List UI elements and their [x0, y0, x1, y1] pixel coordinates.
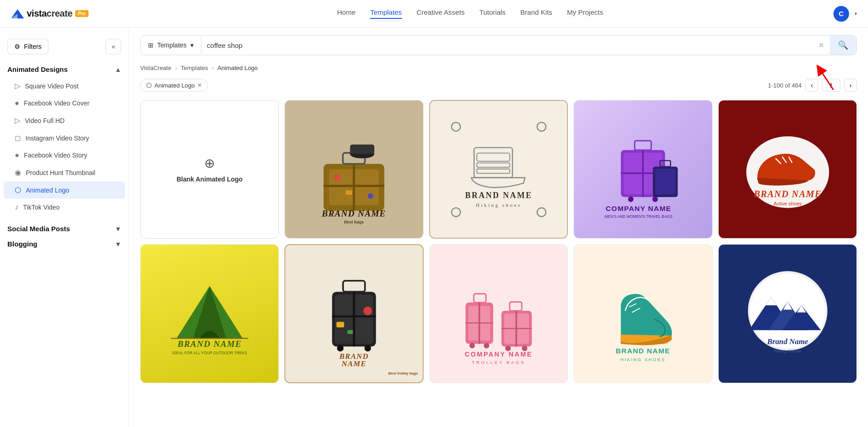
svg-point-56 [365, 345, 371, 351]
section-animated-designs[interactable]: Animated Designs ▲ [0, 62, 129, 77]
svg-point-64 [469, 343, 475, 349]
navbar: vistacreate Pro Home Templates Creative … [0, 0, 868, 28]
search-type-label: Templates [157, 41, 187, 49]
product-hunt-icon: ◉ [15, 168, 21, 177]
svg-text:COMPANY NAME: COMPANY NAME [606, 205, 672, 212]
svg-text:HIKING SHOES: HIKING SHOES [620, 357, 666, 362]
template-trolley-bags[interactable]: BRAND NAME Best trolley bags [284, 244, 423, 383]
svg-text:BRAND  NAME: BRAND NAME [465, 191, 532, 200]
search-type-chevron-icon: ▾ [190, 41, 194, 49]
breadcrumb-current: Animated Logo [218, 64, 258, 71]
svg-rect-20 [477, 163, 509, 167]
filter-tags: ⬡ Animated Logo ✕ [140, 79, 208, 92]
bags-illustration: BRAND NAME Best bags [299, 114, 409, 225]
user-avatar[interactable]: C [833, 6, 849, 22]
blank-add-icon: ⊕ [204, 156, 215, 171]
prev-page-button[interactable]: ‹ [805, 79, 818, 92]
svg-rect-52 [337, 322, 344, 328]
nav-right: C ▾ [833, 6, 857, 22]
chevron-down-icon[interactable]: ▾ [855, 11, 857, 16]
section-social-media[interactable]: Social Media Posts ▼ [0, 221, 129, 236]
grid-icon: ⊞ [148, 41, 154, 49]
svg-point-65 [484, 343, 489, 349]
nav-home[interactable]: Home [337, 8, 355, 19]
sidebar-item-tiktok[interactable]: ♪ TikTok Video [4, 199, 125, 216]
sidebar-item-facebook-story[interactable]: ● Facebook Video Story [4, 147, 125, 164]
sidebar-item-video-hd[interactable]: ▷ Video Full HD [4, 112, 125, 129]
logo-area[interactable]: vistacreate Pro [11, 7, 89, 20]
breadcrumb-templates[interactable]: Templates [181, 64, 208, 71]
main-content: ⊞ Templates ▾ ✕ 🔍 VistaCreate › Template… [129, 28, 868, 427]
sidebar-item-facebook-cover[interactable]: ● Facebook Video Cover [4, 95, 125, 111]
svg-rect-21 [477, 169, 509, 173]
sidebar-item-product-hunt[interactable]: ◉ Product Hunt Thumbnail [4, 164, 125, 181]
svg-text:Best bags: Best bags [344, 219, 364, 224]
svg-text:COMPANY NAME: COMPANY NAME [465, 351, 532, 358]
nav-templates[interactable]: Templates [370, 8, 402, 19]
logo-text: vistacreate [27, 8, 72, 19]
nav-creative-assets[interactable]: Creative Assets [417, 8, 465, 19]
svg-text:BRAND NAME: BRAND NAME [177, 339, 242, 349]
breadcrumb: VistaCreate › Templates › Animated Logo [140, 64, 857, 71]
svg-rect-26 [635, 140, 651, 150]
template-active-shoes[interactable]: BRAND NAME Active shoes [718, 100, 857, 239]
filter-tag-close-icon[interactable]: ✕ [197, 82, 202, 88]
svg-text:Brand Name: Brand Name [767, 337, 808, 346]
search-clear-button[interactable]: ✕ [813, 36, 830, 54]
hiking-shoes-2-illustration: BRAND NAME HIKING SHOES [588, 258, 698, 369]
animated-logo-filter-label: Animated Logo [154, 82, 195, 89]
svg-text:TROLLEY BAGS: TROLLEY BAGS [472, 360, 526, 365]
search-input[interactable] [201, 37, 813, 54]
section-title-animated: Animated Designs [7, 65, 68, 73]
svg-point-15 [537, 122, 546, 131]
trolley-illustration: BRAND NAME [299, 259, 409, 369]
template-blank[interactable]: ⊕ Blank Animated Logo [140, 100, 279, 239]
tiktok-icon: ♪ [15, 203, 18, 211]
filter-icon: ⚙ [14, 43, 20, 50]
template-grid: ⊕ Blank Animated Logo [140, 100, 857, 383]
pro-badge: Pro [75, 10, 89, 17]
sidebar-item-animated-logo[interactable]: ⬡ Animated Logo [4, 181, 125, 199]
breadcrumb-vistacreate[interactable]: VistaCreate [140, 64, 171, 71]
section-blogging[interactable]: Blogging ▼ [0, 236, 129, 252]
template-hiking-clothes[interactable]: Brand Name hiking clothes [718, 244, 857, 383]
sidebar-item-square-video[interactable]: ▷ Square Video Post [4, 77, 125, 94]
svg-point-33 [652, 196, 658, 202]
svg-rect-8 [350, 145, 375, 154]
template-hiking-shoes-2[interactable]: BRAND NAME HIKING SHOES [573, 244, 712, 383]
section-title-social: Social Media Posts [7, 225, 70, 233]
search-type-button[interactable]: ⊞ Templates ▾ [141, 37, 201, 53]
nav-brand-kits[interactable]: Brand Kits [520, 8, 552, 19]
nav-tutorials[interactable]: Tutorials [479, 8, 506, 19]
svg-rect-54 [348, 330, 353, 334]
template-travel-bags[interactable]: COMPANY NAME MEN'S AND WOMEN'S TRAVEL BA… [573, 100, 712, 239]
template-company-trolley[interactable]: COMPANY NAME TROLLEY BAGS [429, 244, 568, 383]
company-trolley-illustration: COMPANY NAME TROLLEY BAGS [443, 258, 554, 369]
template-bags[interactable]: BRAND NAME Best bags [284, 100, 423, 239]
svg-text:BRAND NAME: BRAND NAME [753, 189, 821, 199]
page-input[interactable] [822, 79, 840, 92]
nav-my-projects[interactable]: My Projects [567, 8, 603, 19]
template-outdoor[interactable]: BRAND NAME IDEAL FOR ALL YOUR OUTDOOR TR… [140, 244, 279, 383]
next-page-button[interactable]: › [844, 79, 857, 92]
svg-point-17 [537, 208, 546, 216]
sidebar-item-instagram-story[interactable]: ◻ Instagram Video Story [4, 129, 125, 146]
svg-point-10 [368, 193, 373, 199]
filter-bar: ⚙ Filters « [0, 35, 129, 62]
outdoor-illustration: BRAND NAME IDEAL FOR ALL YOUR OUTDOOR TR… [154, 258, 265, 369]
svg-rect-68 [509, 302, 521, 311]
svg-text:hiking clothes: hiking clothes [774, 348, 801, 353]
svg-text:MEN'S AND WOMEN'S TRAVEL BAGS: MEN'S AND WOMEN'S TRAVEL BAGS [605, 214, 673, 219]
collapse-sidebar-button[interactable]: « [106, 39, 121, 54]
section-title-blogging: Blogging [7, 240, 37, 248]
svg-point-53 [363, 307, 372, 316]
breadcrumb-sep-1: › [175, 64, 177, 71]
template-hiking-shoes[interactable]: BRAND NAME Hiking shoes [429, 100, 568, 239]
travel-bags-illustration: COMPANY NAME MEN'S AND WOMEN'S TRAVEL BA… [588, 114, 698, 225]
main-layout: ⚙ Filters « Animated Designs ▲ ▷ Square … [0, 28, 868, 427]
search-button[interactable]: 🔍 [830, 35, 856, 55]
svg-rect-49 [343, 281, 365, 292]
animated-logo-filter-tag[interactable]: ⬡ Animated Logo ✕ [140, 79, 208, 92]
svg-point-14 [451, 122, 460, 131]
filters-button[interactable]: ⚙ Filters [7, 39, 48, 54]
